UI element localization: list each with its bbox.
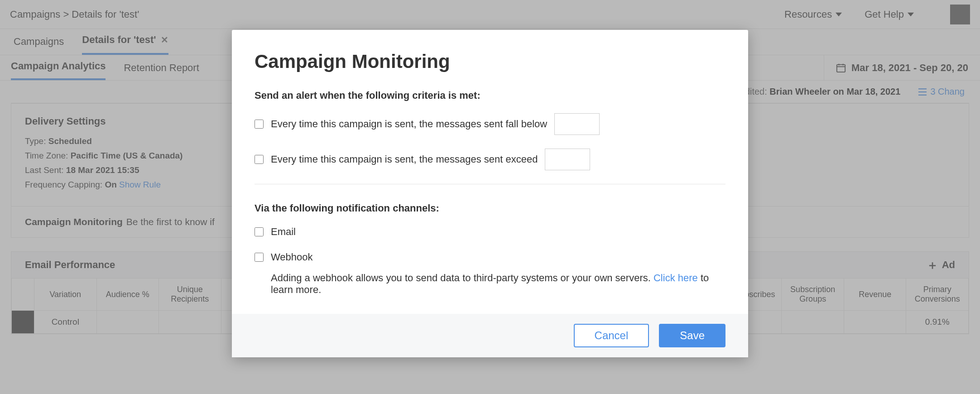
modal-title: Campaign Monitoring [255,51,725,72]
channel-email-row: Email [255,226,725,238]
criteria-exceed-row: Every time this campaign is sent, the me… [255,149,725,170]
channel-webhook-checkbox[interactable] [255,253,264,262]
save-button[interactable]: Save [659,324,725,347]
criteria-below-input[interactable] [554,113,600,135]
channel-email-checkbox[interactable] [255,227,264,236]
modal-overlay[interactable]: Campaign Monitoring Send an alert when t… [0,0,980,394]
cancel-button[interactable]: Cancel [574,324,649,347]
modal-divider [255,184,725,184]
channels-section-label: Via the following notification channels: [255,202,725,214]
criteria-exceed-checkbox[interactable] [255,155,264,164]
webhook-note-pre: Adding a webhook allows you to send data… [271,272,653,283]
criteria-exceed-text: Every time this campaign is sent, the me… [271,154,538,165]
modal-footer: Cancel Save [232,314,748,357]
webhook-note-link[interactable]: Click here [653,272,698,283]
criteria-exceed-input[interactable] [545,149,590,170]
criteria-section-label: Send an alert when the following criteri… [255,90,725,101]
channel-webhook-row: Webhook [255,251,725,263]
webhook-note: Adding a webhook allows you to send data… [271,272,725,296]
criteria-below-row: Every time this campaign is sent, the me… [255,113,725,135]
channel-webhook-label: Webhook [271,251,313,263]
modal-body: Campaign Monitoring Send an alert when t… [232,30,748,314]
campaign-monitoring-modal: Campaign Monitoring Send an alert when t… [232,30,748,357]
criteria-below-checkbox[interactable] [255,120,264,129]
criteria-below-text: Every time this campaign is sent, the me… [271,118,547,130]
channel-email-label: Email [271,226,296,238]
